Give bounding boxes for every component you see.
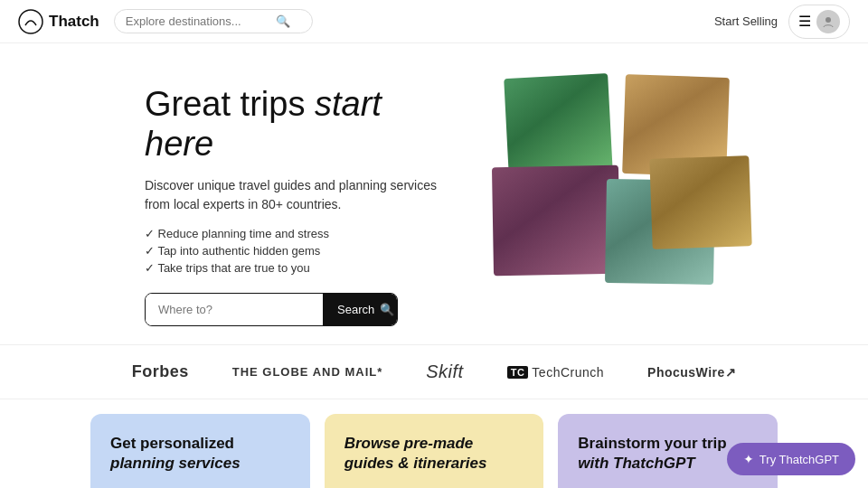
- card-personalized-body: Connect with a local expert to ask quest…: [110, 485, 290, 488]
- thatchgpt-floating-button[interactable]: ✦ Try ThatchGPT: [727, 443, 855, 475]
- search-icon: 🔍: [380, 303, 394, 316]
- card-premade-title: Browse pre-madeguides & itineraries: [344, 434, 524, 474]
- check-item-3: ✓ Take trips that are true to you: [145, 261, 452, 275]
- card-personalized-title: Get personalizedplanning services: [110, 434, 290, 474]
- hero-search-input[interactable]: [146, 294, 323, 325]
- avatar: [816, 10, 840, 33]
- photo-grid: [488, 76, 760, 311]
- press-bar: Forbes THE GLOBE AND MAIL* Skift TC Tech…: [0, 344, 868, 399]
- card-thatchgpt-body: Not sure where you want to go yet? Chat …: [578, 485, 758, 488]
- card-personalized: Get personalizedplanning services Connec…: [90, 414, 310, 488]
- logo-text: Thatch: [49, 13, 99, 31]
- check-item-1: ✓ Reduce planning time and stress: [145, 227, 452, 240]
- hamburger-icon: ☰: [798, 13, 811, 30]
- nav-search-input[interactable]: [126, 14, 270, 28]
- card-premade: Browse pre-madeguides & itineraries Brow…: [325, 414, 544, 488]
- hero-search-box[interactable]: Search 🔍: [145, 293, 398, 326]
- svg-point-0: [19, 10, 42, 33]
- photo-tile-3: [492, 165, 620, 276]
- photo-tile-1: [504, 73, 613, 178]
- logo-icon: [18, 9, 43, 34]
- hero-title: Great trips start here: [145, 85, 452, 164]
- hero-photo-collage: [452, 76, 796, 320]
- nav-right: Start Selling ☰: [714, 5, 850, 39]
- hero-content: Great trips start here Discover unique t…: [145, 76, 452, 326]
- press-forbes: Forbes: [132, 362, 189, 381]
- nav-menu-button[interactable]: ☰: [788, 5, 850, 39]
- card-premade-body: Browse guides and itineraries from local…: [344, 485, 524, 488]
- hero-section: Great trips start here Discover unique t…: [0, 43, 868, 344]
- press-skift: Skift: [426, 361, 463, 382]
- hero-subtitle: Discover unique travel guides and planni…: [145, 176, 452, 214]
- logo[interactable]: Thatch: [18, 9, 99, 34]
- start-selling-button[interactable]: Start Selling: [714, 14, 778, 28]
- press-phocuswire: PhocusWire↗: [647, 365, 736, 380]
- sparkle-icon: ✦: [743, 452, 754, 466]
- hero-checklist: ✓ Reduce planning time and stress ✓ Tap …: [145, 227, 452, 275]
- nav-search-bar[interactable]: 🔍: [114, 9, 313, 33]
- press-techcrunch: TC TechCrunch: [507, 365, 604, 380]
- navigation: Thatch 🔍 Start Selling ☰: [0, 0, 868, 43]
- photo-tile-5: [649, 155, 751, 249]
- check-item-2: ✓ Tap into authentic hidden gems: [145, 244, 452, 258]
- nav-search-icon: 🔍: [276, 14, 290, 28]
- svg-point-1: [826, 17, 831, 23]
- press-globe: THE GLOBE AND MAIL*: [232, 365, 383, 379]
- hero-search-button[interactable]: Search 🔍: [323, 294, 398, 325]
